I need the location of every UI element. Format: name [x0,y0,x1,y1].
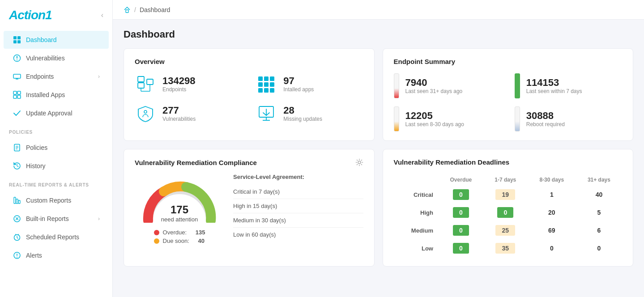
apps-stat-icon [256,73,277,95]
cell-medium-1-7: 25 [483,221,528,239]
policies-icon [13,143,21,152]
cell-high-31: 5 [576,204,622,221]
svg-rect-6 [17,59,17,60]
installed-apps-icon [13,90,21,99]
ep-114153-num: 114153 [526,77,582,88]
deadlines-tbody: Critical 0 19 1 40 High 0 0 20 5 [394,186,623,257]
gauge-number: 175 [139,204,220,216]
alerts-icon [13,251,21,260]
collapse-button[interactable]: ‹ [101,11,103,19]
sidebar-item-vulnerabilities[interactable]: Vulnerabilities [4,49,109,67]
overview-item-apps: 97 Intalled apps [256,73,363,95]
endpoint-grid: 7940 Last seen 31+ days ago 114153 Last … [394,73,623,132]
svg-rect-3 [17,40,21,43]
svg-rect-10 [13,91,17,94]
endpoints-label: Endpoints [162,86,195,93]
overview-item-vulns: 277 Vulnerabilities [135,103,242,124]
sidebar-item-installed-apps[interactable]: Installed Apps [4,86,109,104]
sidebar-item-builtin-reports[interactable]: Built-in Reports › [4,210,109,228]
gauge-center: 175 need attention [139,204,220,223]
svg-rect-41 [258,82,263,87]
vulns-stat-icon [135,103,156,124]
svg-rect-1 [17,36,21,39]
svg-rect-45 [264,88,269,93]
svg-rect-12 [13,95,17,98]
cell-badge: 0 [453,207,469,218]
deadlines-table: Overdue 1-7 days 8-30 days 31+ days Crit… [394,174,623,257]
policies-nav: Policies History [0,136,112,177]
overdue-value: 135 [196,229,205,236]
svg-point-29 [17,257,17,258]
svg-point-47 [144,110,147,113]
gauge-chart: 175 need attention [139,178,220,223]
row-label-high: High [394,204,439,221]
cell-badge: 0 [497,207,513,218]
sidebar-item-label: Built-in Reports [26,215,69,222]
svg-rect-2 [13,40,17,43]
svg-rect-33 [138,76,144,82]
cell-medium-overdue: 0 [439,221,483,239]
overdue-dot [154,230,159,235]
sidebar: Action1 ‹ Dashboard Vulnerabilities Endp… [0,0,113,297]
app-logo: Action1 [9,8,52,22]
vulnerabilities-icon [13,54,21,63]
ep-bar-red [394,73,399,98]
home-icon[interactable] [124,6,131,13]
overview-item-endpoints: 134298 Endpoints [135,73,242,95]
sidebar-item-update-approval[interactable]: Update Approval [4,104,109,122]
compliance-legend: Overdue: 135 Due soon: 40 [154,229,205,244]
ep-30888-num: 30888 [526,110,565,121]
cell-high-8-30: 20 [528,204,576,221]
sidebar-item-dashboard[interactable]: Dashboard [4,31,109,49]
cell-badge: 0 [453,189,469,200]
deadlines-col-overdue: Overdue [439,174,483,186]
sla-critical: Critical in 7 day(s) [233,185,363,199]
deadlines-col-31: 31+ days [576,174,622,186]
dashboard-content: Dashboard Overview [113,20,644,297]
svg-rect-11 [17,91,21,94]
overview-title: Overview [135,58,363,65]
breadcrumb-current: Dashboard [140,6,171,13]
main-nav: Dashboard Vulnerabilities Endpoints › In… [0,29,112,124]
cell-badge: 19 [495,189,515,200]
sidebar-item-label: Endpoints [26,73,54,80]
svg-rect-31 [138,83,144,88]
sidebar-item-label: Installed Apps [26,91,65,98]
scheduled-reports-icon [13,233,21,242]
vulns-count: 277 [162,105,196,116]
sidebar-item-scheduled-reports[interactable]: Scheduled Reports [4,228,109,246]
apps-label: Intalled apps [283,86,314,93]
custom-reports-icon [13,196,21,205]
ep-30888-label: Reboot required [526,121,565,127]
compliance-card: Vulnerability Remediation Compliance [124,149,375,267]
vulns-label: Vulnerabilities [162,116,196,122]
svg-rect-0 [13,36,17,39]
due-soon-value: 40 [198,238,204,244]
sidebar-item-label: Scheduled Reports [26,233,79,241]
cell-low-1-7: 35 [483,239,528,257]
sla-high: High in 15 day(s) [233,199,363,213]
dashboard-icon [13,35,21,44]
sidebar-item-label: Alerts [26,252,42,259]
sidebar-item-history[interactable]: History [4,157,109,175]
cell-critical-1-7: 19 [483,186,528,204]
endpoint-summary-card: Endpoint Summary 7940 Last seen 31+ days… [383,48,634,141]
settings-icon[interactable] [355,158,363,166]
cell-critical-overdue: 0 [439,186,483,204]
builtin-reports-icon [13,214,21,223]
sidebar-item-custom-reports[interactable]: Custom Reports [4,191,109,209]
legend-due-soon: Due soon: 40 [154,238,205,244]
sidebar-item-alerts[interactable]: Alerts [4,246,109,264]
sidebar-item-endpoints[interactable]: Endpoints › [4,68,109,85]
sidebar-item-label: Dashboard [26,36,57,43]
updates-count: 28 [283,105,322,116]
row-label-low: Low [394,239,439,257]
svg-rect-8 [16,79,18,80]
cell-critical-31: 40 [576,186,622,204]
sidebar-item-policies[interactable]: Policies [4,139,109,157]
sla-low: Low in 60 day(s) [233,228,363,242]
ep-114153-label: Last seen within 7 days [526,88,582,94]
table-row: Low 0 35 0 0 [394,239,623,257]
svg-rect-19 [16,199,18,204]
svg-rect-20 [18,200,20,204]
